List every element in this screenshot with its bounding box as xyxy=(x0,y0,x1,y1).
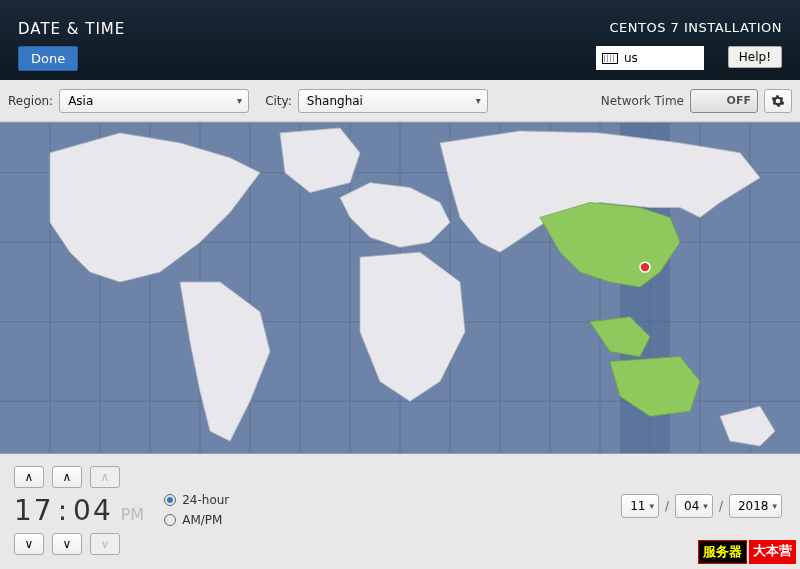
time-display: 17 : 04 PM xyxy=(14,494,144,527)
region-select[interactable]: Asia ▾ xyxy=(59,89,249,113)
minute-down-button[interactable]: ∨ xyxy=(52,533,82,555)
install-label: CENTOS 7 INSTALLATION xyxy=(609,20,782,35)
format-ampm-label: AM/PM xyxy=(182,513,222,527)
day-value: 04 xyxy=(684,499,699,513)
controls-bar: Region: Asia ▾ City: Shanghai ▾ Network … xyxy=(0,80,800,122)
network-time-label: Network Time xyxy=(601,94,684,108)
date-controls: 11▾ / 04▾ / 2018▾ xyxy=(621,494,782,518)
done-button[interactable]: Done xyxy=(18,46,78,71)
region-label: Region: xyxy=(8,94,53,108)
radio-checked-icon xyxy=(164,494,176,506)
minute-up-button[interactable]: ∧ xyxy=(52,466,82,488)
keyboard-layout-indicator[interactable]: us xyxy=(596,46,704,70)
year-value: 2018 xyxy=(738,499,769,513)
meridiem-down-button: ∨ xyxy=(90,533,120,555)
month-select[interactable]: 11▾ xyxy=(621,494,659,518)
chevron-down-icon: ▾ xyxy=(649,501,654,511)
date-separator: / xyxy=(719,499,723,513)
date-separator: / xyxy=(665,499,669,513)
selected-location-marker xyxy=(640,262,650,272)
watermark-b: 大本营 xyxy=(749,540,796,564)
chevron-down-icon: ▾ xyxy=(772,501,777,511)
time-format-radios: 24-hour AM/PM xyxy=(164,493,229,527)
hour-value: 17 xyxy=(14,494,54,527)
bottom-panel: ∧ ∧ ∧ 17 : 04 PM ∨ ∨ ∨ 24-hour AM/PM 11▾ xyxy=(0,454,800,566)
year-select[interactable]: 2018▾ xyxy=(729,494,782,518)
hour-down-button[interactable]: ∨ xyxy=(14,533,44,555)
chevron-down-icon: ▾ xyxy=(476,95,481,106)
keyboard-layout-value: us xyxy=(624,51,638,65)
region-value: Asia xyxy=(68,94,93,108)
header-bar: DATE & TIME CENTOS 7 INSTALLATION Done u… xyxy=(0,0,800,80)
hour-up-button[interactable]: ∧ xyxy=(14,466,44,488)
format-24-option[interactable]: 24-hour xyxy=(164,493,229,507)
gear-icon xyxy=(771,94,785,108)
meridiem-up-button: ∧ xyxy=(90,466,120,488)
city-label: City: xyxy=(265,94,292,108)
watermark: 服务器 大本营 xyxy=(698,540,796,564)
radio-unchecked-icon xyxy=(164,514,176,526)
timezone-map[interactable] xyxy=(0,122,800,454)
time-controls: ∧ ∧ ∧ 17 : 04 PM ∨ ∨ ∨ xyxy=(14,466,144,555)
chevron-down-icon: ▾ xyxy=(703,501,708,511)
city-select[interactable]: Shanghai ▾ xyxy=(298,89,488,113)
network-time-toggle[interactable]: OFF xyxy=(690,89,758,113)
help-button[interactable]: Help! xyxy=(728,46,782,68)
format-24-label: 24-hour xyxy=(182,493,229,507)
watermark-a: 服务器 xyxy=(698,540,747,564)
month-value: 11 xyxy=(630,499,645,513)
network-time-settings-button[interactable] xyxy=(764,89,792,113)
format-ampm-option[interactable]: AM/PM xyxy=(164,513,229,527)
time-colon: : xyxy=(58,494,69,527)
city-value: Shanghai xyxy=(307,94,363,108)
chevron-down-icon: ▾ xyxy=(237,95,242,106)
toggle-state: OFF xyxy=(727,94,751,107)
minute-value: 04 xyxy=(73,494,113,527)
page-title: DATE & TIME xyxy=(18,20,125,38)
meridiem-value: PM xyxy=(121,505,144,524)
day-select[interactable]: 04▾ xyxy=(675,494,713,518)
keyboard-icon xyxy=(602,53,618,64)
